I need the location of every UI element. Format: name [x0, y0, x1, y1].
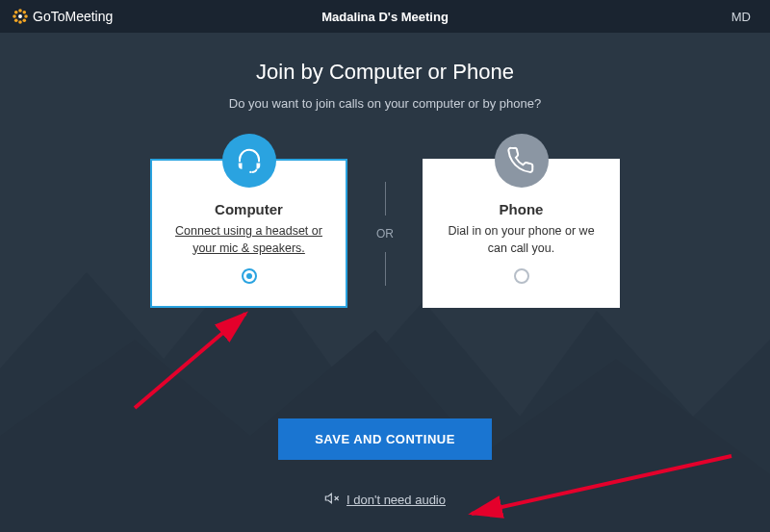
separator-line	[385, 252, 386, 286]
phone-option-description: Dial in on your phone or we can call you…	[442, 223, 601, 257]
phone-radio[interactable]	[514, 268, 529, 284]
svg-point-9	[249, 171, 251, 173]
meeting-title: Madalina D's Meeting	[321, 10, 449, 24]
computer-option-card[interactable]: Computer Connect using a headset or your…	[150, 159, 347, 308]
topbar: GoToMeeting Madalina D's Meeting MD	[0, 0, 770, 33]
page-heading: Join by Computer or Phone	[0, 60, 770, 85]
svg-point-2	[13, 14, 16, 18]
separator-line	[385, 182, 386, 215]
separator-label: OR	[376, 227, 394, 241]
app-logo-text: GoToMeeting	[33, 9, 113, 24]
options-separator: OR	[376, 182, 394, 286]
phone-option-title: Phone	[500, 201, 544, 217]
no-audio-label: I don't need audio	[346, 493, 446, 507]
save-and-continue-button[interactable]: SAVE AND CONTINUE	[278, 418, 492, 460]
user-initials-badge[interactable]: MD	[724, 6, 758, 28]
svg-point-7	[22, 18, 26, 22]
svg-point-3	[24, 14, 28, 18]
computer-option-title: Computer	[215, 201, 283, 217]
page-subheading: Do you want to join calls on your comput…	[0, 96, 770, 111]
no-audio-link[interactable]: I don't need audio	[324, 491, 446, 509]
annotation-arrow	[125, 302, 265, 418]
phone-option-card[interactable]: Phone Dial in on your phone or we can ca…	[423, 159, 620, 308]
audio-options: Computer Connect using a headset or your…	[0, 159, 770, 308]
svg-point-0	[18, 9, 22, 13]
svg-point-4	[14, 11, 18, 14]
daisy-icon	[12, 8, 29, 25]
phone-icon	[495, 134, 549, 188]
svg-point-6	[14, 18, 18, 22]
computer-radio[interactable]	[242, 268, 257, 284]
speaker-muted-icon	[324, 491, 340, 509]
headset-icon	[222, 134, 276, 188]
main-content: Join by Computer or Phone Do you want to…	[0, 33, 770, 532]
svg-point-1	[18, 20, 22, 24]
svg-line-12	[135, 314, 245, 408]
app-logo: GoToMeeting	[12, 8, 113, 25]
computer-option-description: Connect using a headset or your mic & sp…	[169, 223, 328, 257]
svg-point-5	[22, 11, 26, 14]
svg-point-8	[18, 14, 22, 18]
